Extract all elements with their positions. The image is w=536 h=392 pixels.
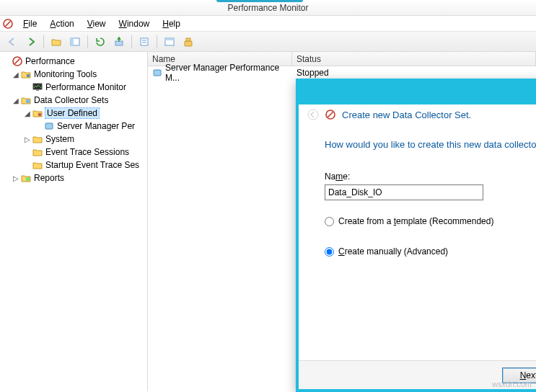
navigation-tree[interactable]: Performance ◢ Monitoring Tools Performan… [0,52,148,391]
tree-label: Server Manager Per [57,121,135,131]
ets-icon [32,146,43,158]
radio-manual[interactable] [325,247,334,257]
wizard-header: Create new Data Collector Set. [299,104,536,125]
menu-help[interactable]: Help [157,17,186,30]
tree-user-defined[interactable]: ◢ User Defined [3,107,147,120]
svg-rect-19 [45,123,53,129]
tree-event-trace-sessions[interactable]: Event Trace Sessions [3,146,147,159]
create-dcs-wizard: Create new Data Collector Set. How would… [296,79,536,392]
folder-tools-icon [20,68,32,80]
svg-rect-20 [26,177,30,181]
tree-server-manager-perf[interactable]: Server Manager Per [3,120,147,133]
svg-line-1 [6,21,11,26]
tree-label: Event Trace Sessions [45,147,129,157]
open-folder-button[interactable] [48,34,64,50]
menu-file[interactable]: File [17,17,43,30]
wizard-body: How would you like to create this new da… [299,125,536,360]
forward-button[interactable] [23,34,39,50]
tree-expand-icon[interactable]: ▷ [23,135,32,143]
toolbar [0,32,536,52]
toolbar-separator-3 [131,35,132,48]
collector-icon [152,68,162,77]
svg-rect-3 [71,38,74,45]
window-title: Performance Monitor [227,3,308,13]
export-button[interactable] [111,34,127,50]
svg-point-24 [308,110,318,120]
toolbar-separator [43,35,44,48]
dcs-icon [20,94,32,106]
svg-rect-10 [185,41,192,46]
dcs-header-icon [325,109,336,120]
tree-label: Reports [34,173,64,183]
toolbar-separator-4 [157,35,157,48]
toolbar-separator-2 [87,35,88,48]
reports-icon [20,172,32,184]
name-input[interactable] [325,184,483,200]
menu-view[interactable]: View [82,17,112,30]
tree-data-collector-sets[interactable]: ◢ Data Collector Sets [3,94,147,107]
option-manual[interactable]: Create manually (Advanced) [325,246,536,257]
svg-rect-11 [186,38,190,41]
show-hide-tree-button[interactable] [67,34,83,50]
tree-label: Startup Event Trace Ses [45,160,139,170]
svg-point-14 [27,74,30,78]
menu-window[interactable]: Window [113,17,156,30]
collector-icon [43,120,55,132]
tree-reports[interactable]: ▷ Reports [3,172,147,184]
user-defined-icon [32,107,43,119]
row-name: Server Manager Performance M... [165,63,288,83]
system-icon [32,133,43,145]
option-manual-label: Create manually (Advanced) [338,246,448,257]
svg-line-13 [15,59,20,64]
startup-ets-icon [32,159,43,171]
svg-rect-17 [26,99,30,103]
back-button [4,34,20,50]
properties-button[interactable] [136,34,152,50]
tree-label: Data Collector Sets [34,95,108,105]
name-label: Name: [325,172,536,182]
svg-rect-9 [165,38,174,40]
data-collector-button[interactable] [180,34,196,50]
tree-label: Performance [25,56,75,66]
row-status: Stopped [292,68,333,78]
accent-strip [216,0,303,2]
tree-collapse-icon[interactable]: ◢ [23,110,32,117]
tree-monitoring-tools[interactable]: ◢ Monitoring Tools [3,68,147,81]
tree-collapse-icon[interactable]: ◢ [12,97,20,104]
refresh-button[interactable] [92,34,108,50]
svg-line-26 [328,112,333,117]
monitor-icon [32,81,43,93]
wizard-titlebar[interactable] [299,81,536,104]
list-row[interactable]: Server Manager Performance M... Stopped [148,66,536,79]
radio-template[interactable] [325,217,334,226]
watermark: wsxdn.com [492,380,532,388]
svg-rect-16 [36,89,39,91]
svg-point-18 [38,113,42,117]
app-icon [12,55,23,67]
tree-label: User Defined [45,108,99,118]
tree-label: Monitoring Tools [34,69,97,79]
main-area: Performance ◢ Monitoring Tools Performan… [0,52,536,391]
tree-expand-icon[interactable]: ▷ [12,174,20,182]
svg-rect-21 [154,70,161,76]
app-icon [3,19,13,29]
content-pane: Name Status Server Manager Performance M… [148,52,536,391]
column-header-status[interactable]: Status [292,52,536,66]
option-template-label: Create from a template (Recommended) [338,216,493,226]
option-template[interactable]: Create from a template (Recommended) [325,216,536,226]
menubar: File Action View Window Help [0,16,536,32]
tree-startup-event-trace-sessions[interactable]: Startup Event Trace Ses [3,159,147,172]
svg-rect-5 [141,38,148,45]
wizard-question: How would you like to create this new da… [325,139,536,150]
new-window-button[interactable] [162,34,177,50]
tree-label: System [45,134,74,144]
window-titlebar: Performance Monitor [0,0,536,16]
tree-collapse-icon[interactable]: ◢ [12,71,20,79]
tree-root-performance[interactable]: Performance [3,55,147,68]
back-arrow-icon [307,109,319,120]
tree-label: Performance Monitor [45,82,126,92]
menu-action[interactable]: Action [44,17,79,30]
tree-performance-monitor[interactable]: Performance Monitor [3,81,147,94]
wizard-header-text: Create new Data Collector Set. [342,110,471,120]
tree-system[interactable]: ▷ System [3,133,147,146]
